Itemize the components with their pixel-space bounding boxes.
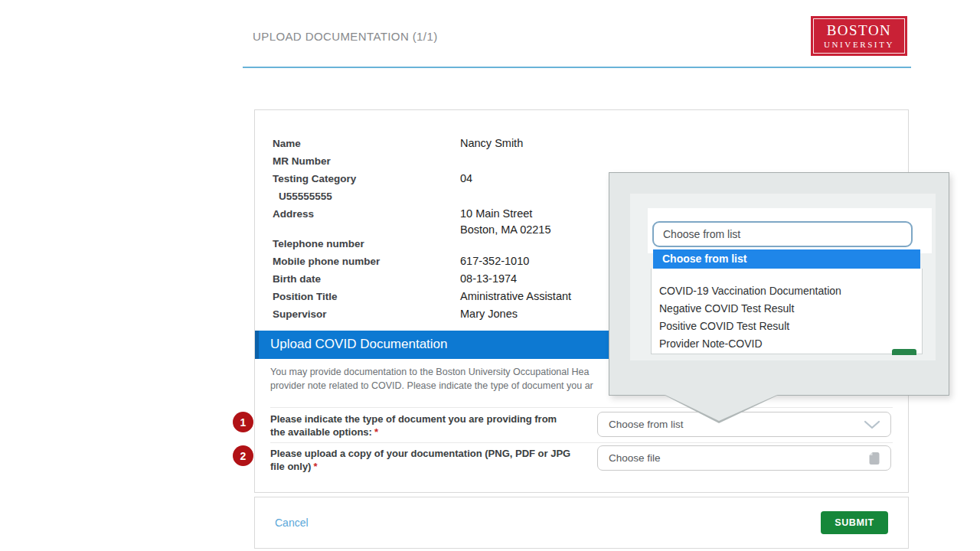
file-icon [868, 446, 880, 470]
upload-documentation-page: UPLOAD DOCUMENTATION (1/1) BOSTON UNIVER… [0, 0, 980, 551]
dropdown-option[interactable]: Positive COVID Test Result [652, 318, 922, 335]
file-upload-value: Choose file [598, 452, 661, 464]
intro-text: You may provide documentation to the Bos… [270, 366, 593, 393]
required-asterisk: * [374, 426, 378, 438]
dropdown-option[interactable]: Provider Note-COVID [652, 335, 922, 353]
field-value: Nancy Smith [460, 135, 523, 153]
field-label: Testing Category [255, 171, 460, 188]
field-label: Mobile phone number [255, 253, 460, 271]
submit-button-fragment [892, 349, 916, 355]
dropdown-option-highlighted[interactable]: Choose from list [653, 249, 920, 269]
header-divider [243, 67, 911, 68]
dropdown-option[interactable]: Negative COVID Test Result [652, 300, 922, 318]
row-divider [270, 407, 893, 408]
patient-row: MR Number [255, 153, 908, 171]
row-divider [270, 442, 893, 443]
dropdown-callout: Choose from list Choose from list COVID-… [609, 172, 949, 396]
question-1-label: Please indicate the type of document you… [270, 413, 577, 439]
file-upload-input[interactable]: Choose file [597, 445, 891, 471]
field-label: Birth date [255, 271, 460, 289]
field-value: 04 [460, 171, 472, 188]
intro-text-line1: You may provide documentation to the Bos… [270, 366, 593, 380]
field-value: Mary Jones [460, 306, 518, 324]
chevron-down-icon [864, 412, 880, 436]
page-title: UPLOAD DOCUMENTATION (1/1) [253, 30, 438, 43]
submit-button[interactable]: SUBMIT [821, 511, 888, 534]
intro-text-line2: provider note related to COVID. Please i… [270, 380, 593, 393]
question-1-line2: the available options: [270, 426, 372, 438]
bu-logo-frame: BOSTON UNIVERSITY [813, 18, 905, 54]
document-type-select[interactable]: Choose from list [597, 412, 891, 437]
field-value: Aministrative Assistant [460, 289, 571, 306]
document-type-select-value: Choose from list [598, 419, 684, 430]
question-2-line1: Please upload a copy of your documentati… [270, 448, 577, 461]
bu-logo-line1: BOSTON [827, 23, 892, 38]
field-label: Supervisor [255, 306, 460, 324]
question-2-label: Please upload a copy of your documentati… [270, 448, 577, 473]
field-label: Address [255, 206, 460, 236]
field-label: U55555555 [255, 188, 466, 206]
dropdown-option-list: COVID-19 Vaccination Documentation Negat… [651, 269, 923, 354]
footer-card: Cancel SUBMIT [254, 497, 909, 549]
dropdown-screenshot-panel: Choose from list Choose from list COVID-… [630, 194, 936, 360]
field-label: Position Title [255, 289, 460, 306]
field-label: Name [255, 135, 460, 153]
patient-row: Name Nancy Smith [255, 135, 908, 153]
field-label: Telephone number [255, 236, 460, 253]
cancel-link[interactable]: Cancel [275, 517, 309, 529]
question-1-line1: Please indicate the type of document you… [270, 413, 577, 426]
step-badge-1: 1 [233, 412, 253, 432]
field-value: 08-13-1974 [460, 271, 517, 289]
step-badge-2: 2 [233, 445, 253, 466]
dropdown-option[interactable]: COVID-19 Vaccination Documentation [652, 282, 922, 300]
bu-logo-line2: UNIVERSITY [824, 40, 894, 49]
field-label: MR Number [255, 153, 460, 171]
bu-logo: BOSTON UNIVERSITY [811, 16, 907, 56]
question-2-line2: file only) [270, 461, 311, 472]
popup-select-input[interactable]: Choose from list [652, 221, 913, 247]
required-asterisk: * [313, 461, 317, 472]
field-value: 617-352-1010 [460, 253, 529, 271]
field-value: 10 Main Street Boston, MA 02215 [460, 206, 551, 236]
